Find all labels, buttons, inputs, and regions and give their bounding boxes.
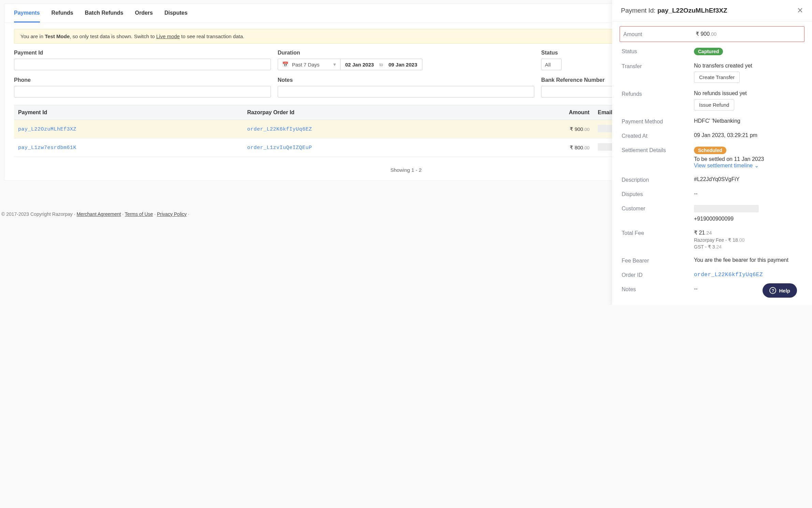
date-range-display[interactable]: 02 Jan 2023 to 09 Jan 2023	[340, 59, 422, 70]
customer-label: Customer	[622, 205, 693, 212]
order-id-link[interactable]: order_L1zvIuQeIZQEuP	[247, 145, 312, 151]
status-label: Status	[622, 48, 693, 55]
tab-payments[interactable]: Payments	[14, 4, 40, 23]
duration-filter-label: Duration	[278, 50, 535, 56]
payment-id-link[interactable]: pay_L1zw7esrdbm61K	[18, 145, 76, 151]
settlement-text: To be settled on 11 Jan 2023	[694, 156, 764, 162]
customer-phone: +919000900099	[694, 216, 734, 222]
payment-id-filter-label: Payment Id	[14, 50, 271, 56]
live-mode-link[interactable]: Live mode	[156, 33, 180, 39]
fee-bearer-label: Fee Bearer	[622, 257, 693, 264]
help-button[interactable]: ? Help	[763, 283, 797, 298]
row-amount: ₹ 800.00	[494, 138, 594, 157]
amount-highlight: Amount ₹ 900.00	[620, 26, 804, 42]
amount-label: Amount	[623, 31, 694, 38]
fee-bearer-value: You are the fee bearer for this payment	[694, 257, 802, 263]
tab-disputes[interactable]: Disputes	[164, 4, 188, 23]
disputes-value: --	[694, 191, 802, 197]
fee-gst: GST - ₹ 3.24	[694, 244, 802, 250]
footer-link-terms[interactable]: Terms of Use	[125, 211, 153, 217]
tab-batch-refunds[interactable]: Batch Refunds	[85, 4, 124, 23]
fee-razorpay: Razorpay Fee - ₹ 18.00	[694, 237, 802, 243]
col-order-id: Razorpay Order Id	[243, 105, 494, 120]
view-settlement-link[interactable]: View settlement timeline ⌄	[694, 163, 759, 168]
create-transfer-button[interactable]: Create Transfer	[694, 72, 740, 83]
transfer-label: Transfer	[622, 63, 693, 70]
description-label: Description	[622, 176, 693, 183]
payment-id-input[interactable]	[14, 59, 271, 70]
disputes-label: Disputes	[622, 191, 693, 197]
close-icon[interactable]: ✕	[797, 7, 803, 14]
col-payment-id: Payment Id	[14, 105, 243, 120]
description-value: #L22JdYq0SVgFiY	[694, 176, 802, 182]
footer-link-merchant[interactable]: Merchant Agreement	[76, 211, 121, 217]
notes-input[interactable]	[278, 86, 535, 98]
row-amount: ₹ 900.00	[494, 120, 594, 138]
status-select[interactable]: All	[541, 59, 562, 70]
panel-notes-label: Notes	[622, 286, 693, 293]
phone-input[interactable]	[14, 86, 271, 98]
created-label: Created At	[622, 132, 693, 139]
payment-detail-panel: Payment Id: pay_L22OzuMLhEf3XZ ✕ Amount …	[612, 0, 812, 305]
method-label: Payment Method	[622, 118, 693, 125]
issue-refund-button[interactable]: Issue Refund	[694, 99, 734, 110]
order-id-link[interactable]: order_L22K6kfIyUq6EZ	[694, 272, 763, 278]
settlement-label: Settlement Details	[622, 147, 693, 153]
calendar-icon: 📅	[282, 61, 289, 68]
amount-value: ₹ 900.00	[696, 31, 801, 37]
payment-id-link[interactable]: pay_L22OzuMLhEf3XZ	[18, 126, 76, 132]
method-value: HDFC' 'Netbanking	[694, 118, 802, 124]
transfer-text: No transfers created yet	[694, 63, 752, 69]
order-id-label: Order ID	[622, 271, 693, 278]
phone-filter-label: Phone	[14, 77, 271, 83]
customer-email-redacted	[694, 205, 759, 212]
status-badge: Captured	[694, 48, 723, 55]
duration-preset-select[interactable]: 📅 Past 7 Days ▾	[278, 59, 340, 70]
test-mode-label: Test Mode	[45, 33, 70, 39]
refunds-text: No refunds issued yet	[694, 90, 747, 96]
fee-total: ₹ 21.24	[694, 230, 712, 236]
created-value: 09 Jan 2023, 03:29:21 pm	[694, 132, 802, 138]
tab-refunds[interactable]: Refunds	[52, 4, 73, 23]
refunds-label: Refunds	[622, 90, 693, 97]
footer-link-privacy[interactable]: Privacy Policy	[157, 211, 187, 217]
chevron-down-icon: ▾	[333, 61, 336, 68]
order-id-link[interactable]: order_L22K6kfIyUq6EZ	[247, 126, 312, 132]
fee-label: Total Fee	[622, 229, 693, 236]
help-icon: ?	[769, 287, 776, 294]
panel-title: Payment Id: pay_L22OzuMLhEf3XZ	[621, 7, 727, 14]
col-amount: Amount	[494, 105, 594, 120]
chevron-down-icon: ⌄	[754, 163, 759, 168]
tab-orders[interactable]: Orders	[135, 4, 153, 23]
notes-filter-label: Notes	[278, 77, 535, 83]
settlement-badge: Scheduled	[694, 147, 726, 154]
